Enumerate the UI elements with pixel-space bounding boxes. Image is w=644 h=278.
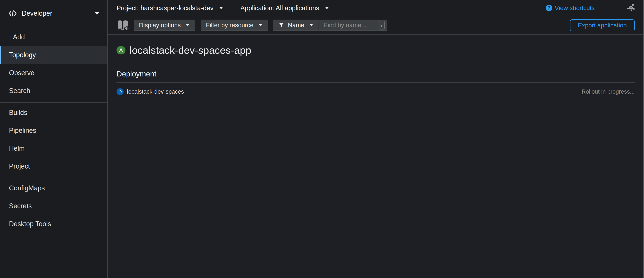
- nav-group-build: Builds Pipelines Helm Project: [0, 103, 107, 178]
- topology-view-icon[interactable]: [626, 3, 636, 12]
- sidebar-item-pipelines[interactable]: Pipelines: [0, 122, 107, 139]
- context-bar: Project: harshcasper-localsta-dev Applic…: [108, 0, 643, 16]
- view-shortcuts-link[interactable]: ? View shortcuts: [546, 4, 595, 11]
- project-dropdown-label: Project: harshcasper-localsta-dev: [116, 4, 214, 12]
- chevron-down-icon: [259, 24, 262, 26]
- sidebar-item-builds[interactable]: Builds: [0, 104, 107, 122]
- context-selectors: Project: harshcasper-localsta-dev Applic…: [116, 4, 329, 12]
- export-application-button[interactable]: Export application: [570, 19, 635, 31]
- sidebar: Developer +Add Topology Observe Search B…: [0, 0, 108, 278]
- context-bar-actions: ? View shortcuts: [546, 3, 636, 12]
- name-filter-group: Name Find by name... /: [273, 19, 387, 31]
- main-area: Project: harshcasper-localsta-dev Applic…: [108, 0, 643, 278]
- topology-list-view: A localstack-dev-spaces-app Deployment D…: [108, 35, 643, 278]
- chevron-down-icon: [95, 12, 99, 15]
- chevron-down-icon: [220, 7, 223, 9]
- find-by-name-input[interactable]: Find by name... /: [319, 19, 387, 31]
- sidebar-item-project[interactable]: Project: [0, 157, 107, 175]
- nav-group-main: +Add Topology Observe Search: [0, 27, 107, 102]
- sidebar-item-configmaps[interactable]: ConfigMaps: [0, 179, 107, 197]
- chevron-down-icon: [310, 24, 313, 26]
- sidebar-item-topology[interactable]: Topology: [0, 46, 107, 64]
- topology-toolbar: Display options Filter by resource: [108, 16, 643, 35]
- sidebar-item-observe[interactable]: Observe: [0, 64, 107, 82]
- application-badge: A: [116, 46, 126, 54]
- deployment-name[interactable]: localstack-dev-spaces: [127, 88, 184, 95]
- project-dropdown[interactable]: Project: harshcasper-localsta-dev: [116, 4, 223, 12]
- application-title: localstack-dev-spaces-app: [130, 44, 251, 56]
- sidebar-item-helm[interactable]: Helm: [0, 139, 107, 157]
- perspective-label: Developer: [22, 9, 95, 17]
- help-question-icon: ?: [546, 5, 552, 11]
- sidebar-item-add[interactable]: +Add: [0, 28, 107, 46]
- deployment-badge: D: [116, 88, 124, 95]
- slash-shortcut-badge: /: [379, 21, 385, 29]
- sidebar-item-secrets[interactable]: Secrets: [0, 197, 107, 215]
- sidebar-item-search[interactable]: Search: [0, 82, 107, 100]
- app-window: Developer +Add Topology Observe Search B…: [0, 0, 644, 278]
- resource-kind-heading: Deployment: [116, 70, 635, 78]
- application-group-header: A localstack-dev-spaces-app: [116, 44, 635, 56]
- filter-type-label: Name: [288, 22, 304, 29]
- filter-by-resource-label: Filter by resource: [206, 22, 254, 29]
- developer-code-icon: [8, 10, 17, 17]
- quick-search-book-icon[interactable]: [116, 19, 129, 31]
- toolbar-filters: Display options Filter by resource: [116, 19, 387, 31]
- display-options-label: Display options: [139, 22, 181, 29]
- view-shortcuts-label: View shortcuts: [555, 4, 595, 11]
- filter-funnel-icon: [278, 22, 284, 28]
- filter-type-dropdown[interactable]: Name: [273, 19, 318, 31]
- find-by-name-placeholder: Find by name...: [324, 22, 366, 29]
- deployment-status: Rollout in progress...: [582, 88, 635, 95]
- sidebar-item-desktop-tools[interactable]: Desktop Tools: [0, 215, 107, 233]
- deployment-row[interactable]: D localstack-dev-spaces Rollout in progr…: [116, 82, 635, 101]
- application-dropdown-label: Application: All applications: [240, 4, 319, 12]
- application-dropdown[interactable]: Application: All applications: [240, 4, 329, 12]
- filter-by-resource-dropdown[interactable]: Filter by resource: [201, 19, 268, 31]
- perspective-switcher[interactable]: Developer: [0, 0, 107, 27]
- chevron-down-icon: [325, 7, 329, 9]
- chevron-down-icon: [186, 24, 189, 26]
- display-options-dropdown[interactable]: Display options: [134, 19, 195, 31]
- nav-group-config: ConfigMaps Secrets Desktop Tools: [0, 178, 107, 236]
- deployment-row-label: D localstack-dev-spaces: [116, 88, 184, 95]
